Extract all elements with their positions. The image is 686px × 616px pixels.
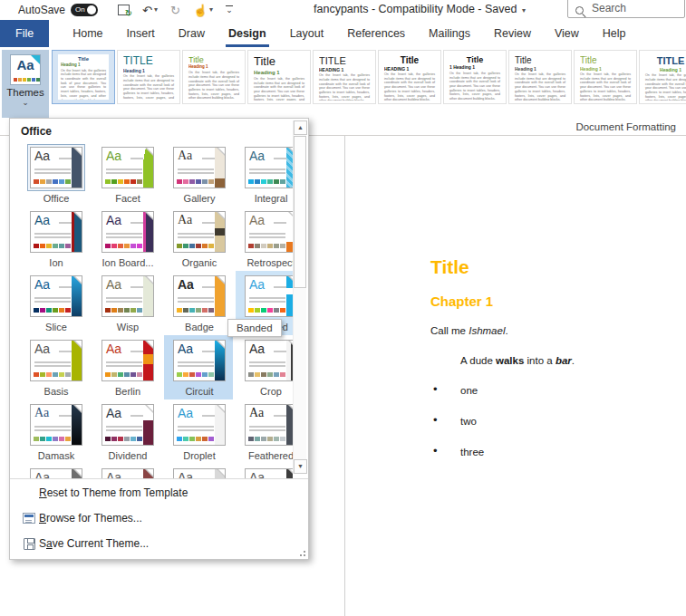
theme-integral[interactable]: AaIntegral [236, 142, 293, 207]
theme-badge[interactable]: AaBadge [164, 271, 233, 335]
theme-grid: AaOfficeAaFacetAaGalleryAaIntegralAaIonA… [21, 142, 293, 478]
search-icon [575, 6, 584, 14]
scrollbar[interactable]: ▲ ▼ [293, 120, 306, 474]
toggle-knob [87, 5, 96, 14]
bullet-item: two [430, 415, 666, 428]
theme-partial[interactable]: Aa [21, 464, 90, 478]
themes-section-header: Office [21, 125, 293, 138]
tab-design[interactable]: Design [217, 20, 278, 47]
chevron-down-icon: ⌄ [2, 98, 49, 107]
tab-review[interactable]: Review [482, 20, 543, 47]
undo-icon: ↶ [142, 5, 152, 16]
menu-item-reset-to-theme-from-template[interactable]: Reset to Theme from Template [10, 480, 308, 505]
quick-access-toolbar: ↻ ↶▾ ↻ ☝▾ ⌄ [118, 5, 233, 16]
theme-droplet[interactable]: AaDroplet [164, 399, 233, 464]
tab-draw[interactable]: Draw [167, 20, 217, 47]
theme-basis[interactable]: AaBasis [21, 335, 90, 399]
theme-ion-board[interactable]: AaIon Board... [92, 207, 161, 271]
search-input[interactable]: Search [567, 0, 685, 18]
touch-mode-icon: ☝ [193, 5, 208, 16]
dropdown-menu: Reset to Theme from TemplateBrowse for T… [10, 480, 308, 556]
theme-dividend[interactable]: AaDividend [92, 399, 161, 464]
theme-partial[interactable]: Aa [236, 464, 293, 478]
theme-crop[interactable]: AaCrop [236, 335, 293, 399]
document-content: Title Chapter 1 Call me Ishmael. A dude … [430, 256, 666, 476]
themes-button-label: Themes [2, 87, 49, 98]
style-set-gallery: TitleHeading 1On the Insert tab, the gal… [52, 50, 686, 106]
theme-damask[interactable]: AaDamask [21, 399, 90, 464]
bullet-item: three [430, 446, 666, 458]
save-button[interactable]: ↻ [118, 5, 130, 15]
doc-title: Title [430, 256, 666, 278]
undo-button[interactable]: ↶▾ [142, 5, 158, 16]
style-set-1[interactable]: TitleHeading 1On the Insert tab, the gal… [52, 50, 115, 104]
scrollbar-thumb[interactable] [294, 136, 306, 288]
style-set-10[interactable]: TITLEHeading 1On the Insert tab, the gal… [639, 50, 686, 104]
theme-organic[interactable]: AaOrganic [164, 207, 233, 271]
theme-ion[interactable]: AaIon [21, 207, 90, 271]
theme-circuit[interactable]: AaCircuit [164, 335, 233, 399]
style-set-4[interactable]: TitleHeading 1On the Insert tab, the gal… [247, 50, 311, 104]
redo-button[interactable]: ↻ [170, 5, 180, 16]
theme-partial[interactable]: Aa [92, 464, 161, 478]
theme-partial[interactable]: Aa [164, 464, 233, 478]
tab-references[interactable]: References [335, 20, 417, 47]
theme-feathered[interactable]: AaFeathered [236, 399, 293, 464]
tooltip: Banded [227, 319, 282, 337]
scroll-up-button[interactable]: ▲ [294, 120, 307, 135]
style-set-2[interactable]: TITLEHeading 1On the Insert tab, the gal… [117, 50, 180, 104]
theme-office[interactable]: AaOffice [21, 142, 90, 207]
ribbon-tab-bar: FileHomeInsertDrawDesignLayoutReferences… [0, 20, 686, 47]
autosave-state: On [75, 5, 85, 14]
window-title[interactable]: fancypants - Compatibility Mode - Saved … [314, 3, 526, 15]
browse-icon [23, 513, 35, 524]
theme-slice[interactable]: AaSlice [21, 271, 90, 335]
autosave-control[interactable]: AutoSave On [18, 4, 98, 16]
save-icon: ↻ [118, 5, 130, 15]
tab-help[interactable]: Help [591, 20, 638, 47]
ribbon-group-label: Document Formatting [575, 121, 676, 132]
doc-heading: Chapter 1 [430, 294, 666, 309]
document-page[interactable]: Title Chapter 1 Call me Ishmael. A dude … [345, 136, 686, 616]
save-icon [24, 538, 35, 550]
themes-gallery: Office AaOfficeAaFacetAaGalleryAaIntegra… [10, 119, 293, 478]
tab-insert[interactable]: Insert [115, 20, 167, 47]
customize-toolbar-button[interactable]: ⌄ [226, 5, 233, 14]
style-set-7[interactable]: Title1 Heading 1On the Insert tab, the g… [443, 50, 507, 104]
doc-paragraph: Call me Ishmael. [430, 324, 666, 337]
style-set-8[interactable]: TitleHeading 1On the Insert tab, the gal… [508, 50, 572, 104]
menu-item-browse-for-themes[interactable]: Browse for Themes... [10, 505, 308, 531]
touch-mode-button[interactable]: ☝▾ [193, 5, 213, 16]
tab-layout[interactable]: Layout [278, 20, 336, 47]
themes-icon: Aa [10, 54, 41, 85]
style-set-9[interactable]: TitleHeading 1On the Insert tab, the gal… [574, 50, 637, 104]
theme-facet[interactable]: AaFacet [92, 142, 161, 207]
search-placeholder: Search [592, 2, 626, 14]
tab-file[interactable]: File [0, 20, 49, 47]
autosave-label: AutoSave [18, 4, 65, 16]
overflow-chevron-icon: ⌄ [226, 5, 233, 14]
style-set-6[interactable]: TitleHEADING 1On the Insert tab, the gal… [378, 50, 441, 104]
style-set-3[interactable]: TitleHeading 1On the Insert tab, the gal… [182, 50, 246, 104]
bullet-item: one [430, 384, 666, 397]
page-fold-icon [31, 55, 40, 64]
themes-dropdown: Office AaOfficeAaFacetAaGalleryAaIntegra… [9, 118, 309, 560]
doc-paragraph: A dude walks into a bar. [460, 354, 666, 367]
theme-retrospect[interactable]: AaRetrospect [236, 207, 293, 271]
tab-view[interactable]: View [543, 20, 591, 47]
theme-berlin[interactable]: AaBerlin [92, 335, 161, 399]
menu-item-save-current-theme[interactable]: Save Current Theme... [10, 531, 308, 556]
tab-mailings[interactable]: Mailings [417, 20, 482, 47]
menu-separator [10, 478, 308, 479]
theme-wisp[interactable]: AaWisp [92, 271, 161, 335]
resize-grip[interactable] [298, 549, 305, 556]
redo-icon: ↻ [170, 5, 180, 16]
bullet-list: onetwothree [430, 384, 666, 458]
autosave-toggle[interactable]: On [71, 4, 98, 16]
title-bar: AutoSave On ↻ ↶▾ ↻ ☝▾ ⌄ fancypants - Com… [0, 0, 686, 20]
tab-home[interactable]: Home [61, 20, 114, 47]
scroll-down-button[interactable]: ▼ [294, 459, 307, 474]
themes-button[interactable]: Aa Themes ⌄ [2, 50, 49, 118]
style-set-5[interactable]: TITLEHEADING 1On the Insert tab, the gal… [313, 50, 376, 104]
theme-gallery[interactable]: AaGallery [164, 142, 233, 207]
